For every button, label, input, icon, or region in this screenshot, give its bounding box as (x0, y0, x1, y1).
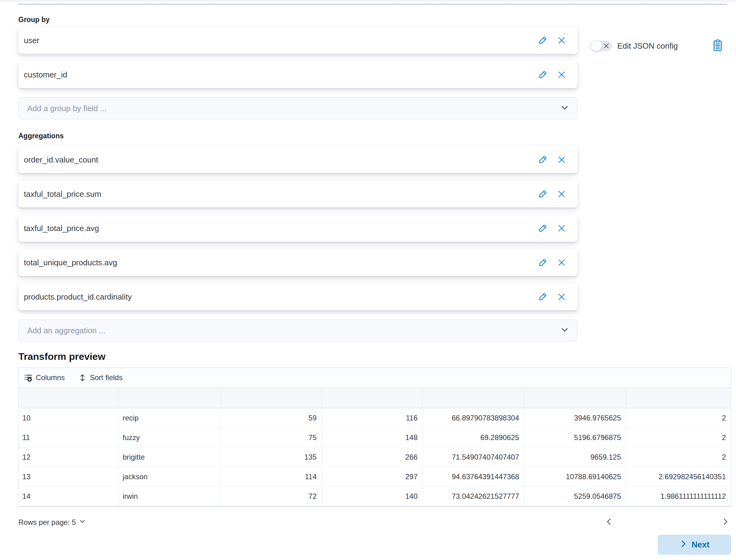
cell-total-unique-products-avg: 2 (626, 428, 731, 447)
delete-field-button[interactable] (557, 36, 566, 45)
field-card-label: user (24, 36, 538, 45)
pencil-icon (538, 36, 547, 45)
edit-field-button[interactable] (538, 293, 547, 301)
edit-field-button[interactable] (538, 190, 547, 198)
page-number-button[interactable] (693, 521, 700, 524)
aggregation-add-placeholder: Add an aggregation ... (27, 326, 560, 335)
aggregations-list: order_id.value_count taxful_total_price.… (18, 146, 577, 310)
cell-taxful-total-price-sum: 9659.125 (524, 447, 626, 467)
step-define-panel: Group by user customer_id (18, 15, 731, 527)
column-header[interactable] (626, 388, 731, 408)
table-row: 11 fuzzy 75 148 69.2890625 5196.6796875 … (19, 427, 731, 447)
page-number-button[interactable] (663, 521, 674, 524)
field-card-label: customer_id (24, 70, 538, 80)
page-number-button[interactable] (619, 521, 629, 524)
column-header[interactable] (19, 388, 119, 408)
field-card: user (18, 27, 577, 54)
cell-user: jackson (119, 467, 221, 486)
column-header[interactable] (423, 388, 524, 408)
previous-page-button[interactable] (603, 518, 615, 527)
cell-total-unique-products-avg: 2.692982456140351 (626, 467, 731, 486)
column-header[interactable] (322, 388, 423, 408)
page-number-button[interactable] (705, 521, 715, 524)
cell-customer-id: 13 (19, 467, 119, 486)
pagination (603, 518, 731, 527)
chevron-down-icon (79, 518, 86, 527)
cell-customer-id: 11 (19, 428, 119, 447)
delete-field-button[interactable] (557, 190, 566, 198)
table-footer: Rows per page: 5 (18, 518, 731, 527)
toggle-knob (591, 40, 602, 51)
edit-field-button[interactable] (538, 258, 547, 267)
rows-per-page-label: Rows per page: 5 (18, 518, 76, 527)
group-by-label: Group by (18, 15, 731, 24)
field-card-label: order_id.value_count (24, 155, 538, 165)
delete-field-button[interactable] (557, 258, 566, 267)
page-number-button[interactable] (648, 521, 659, 524)
cell-customer-id: 12 (19, 447, 119, 467)
pencil-icon (538, 190, 547, 198)
table-row: 14 irwin 72 140 73.04242621527777 5259.0… (19, 486, 731, 506)
grid-toolbar: Columns Sort fields (19, 368, 731, 387)
cell-order-id-value-count: 72 (221, 487, 322, 506)
column-header[interactable] (221, 388, 322, 408)
page-number-button[interactable] (678, 521, 688, 524)
cell-user: fuzzy (119, 428, 221, 447)
transform-preview-title: Transform preview (18, 351, 731, 362)
table-header-row (19, 387, 731, 408)
pencil-icon (538, 155, 547, 164)
cell-products-cardinality: 140 (322, 487, 423, 506)
field-card: taxful_total_price.avg (18, 215, 577, 242)
cell-taxful-total-price-avg: 69.2890625 (423, 428, 524, 447)
edit-field-button[interactable] (538, 155, 547, 164)
column-header[interactable] (524, 388, 626, 408)
cell-total-unique-products-avg: 2 (626, 408, 731, 427)
edit-field-button[interactable] (538, 36, 547, 45)
copy-config-button[interactable] (713, 39, 723, 53)
cell-taxful-total-price-sum: 5196.6796875 (524, 428, 626, 447)
group-by-add-select[interactable]: Add a group by field ... (18, 97, 577, 119)
field-card-label: products.product_id.cardinality (24, 292, 538, 302)
next-step-button[interactable]: Next (658, 535, 731, 555)
transform-preview-grid: Columns Sort fields 10 recip 59 116 66.8… (18, 368, 731, 507)
edit-field-button[interactable] (538, 224, 547, 233)
cell-products-cardinality: 297 (322, 467, 423, 486)
close-icon (557, 155, 566, 164)
chevron-right-icon (721, 518, 729, 527)
delete-field-button[interactable] (557, 70, 566, 79)
chevron-down-icon (560, 103, 569, 114)
arrow-right-icon (679, 540, 687, 550)
close-icon (557, 224, 566, 233)
columns-button-label: Columns (36, 373, 65, 382)
delete-field-button[interactable] (557, 224, 566, 233)
cell-user: recip (119, 408, 221, 427)
columns-button[interactable]: Columns (24, 373, 65, 382)
pencil-icon (538, 258, 547, 267)
top-divider (18, 4, 727, 5)
delete-field-button[interactable] (557, 293, 566, 301)
column-header[interactable] (119, 388, 221, 408)
chevron-left-icon (605, 518, 613, 527)
cell-taxful-total-price-avg: 94.63764391447368 (423, 467, 524, 486)
rows-per-page-button[interactable]: Rows per page: 5 (18, 518, 86, 527)
next-page-button[interactable] (719, 518, 731, 527)
edit-field-button[interactable] (538, 70, 547, 79)
close-icon (557, 258, 566, 267)
close-icon (557, 70, 566, 79)
cell-order-id-value-count: 135 (221, 447, 322, 467)
field-card: order_id.value_count (18, 146, 577, 173)
table-row: 10 recip 59 116 66.89790783898304 3946.9… (19, 408, 731, 427)
cell-customer-id: 10 (19, 408, 119, 427)
page-number-button[interactable] (634, 521, 644, 524)
aggregations-label: Aggregations (18, 132, 731, 140)
delete-field-button[interactable] (557, 155, 566, 164)
cell-order-id-value-count: 75 (221, 428, 322, 447)
aggregation-add-select[interactable]: Add an aggregation ... (18, 319, 577, 342)
edit-json-toggle[interactable] (590, 41, 612, 51)
page-number-list (619, 521, 715, 524)
copy-clipboard-icon (713, 48, 723, 53)
scroll-fade (0, 0, 736, 3)
cell-total-unique-products-avg: 1.9861111111111112 (626, 487, 731, 506)
field-card: total_unique_products.avg (18, 249, 577, 276)
sort-fields-button[interactable]: Sort fields (78, 373, 123, 382)
